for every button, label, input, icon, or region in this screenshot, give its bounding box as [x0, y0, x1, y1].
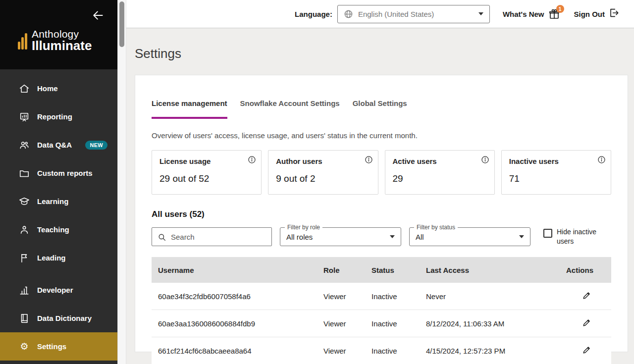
col-header-last-access: Last Access	[426, 266, 566, 274]
stat-card-active-users: Active users 29	[385, 150, 495, 195]
tab-bar: License management Snowflake Account Set…	[152, 99, 611, 119]
table-row: 60ae3aa1360086006884fdb9 Viewer Inactive…	[152, 310, 611, 337]
data-qa-icon	[19, 140, 30, 151]
main-content: Settings License management Snowflake Ac…	[126, 28, 634, 364]
sidebar-item-developer[interactable]: Developer	[0, 276, 117, 304]
cell-role: Viewer	[323, 347, 371, 355]
tab-license-management[interactable]: License management	[152, 99, 227, 119]
filter-by-status-select[interactable]: Filter by status All	[409, 227, 530, 246]
folder-icon	[19, 168, 30, 179]
hide-inactive-label: Hide inactive users	[557, 227, 599, 246]
info-icon[interactable]	[597, 156, 606, 164]
cell-last-access: Never	[426, 292, 566, 301]
sidebar-menu: Home Reporting Data Q&A NEW Custom repor…	[0, 69, 117, 361]
brand-name: Anthology Illuminate	[32, 29, 92, 52]
tab-description: Overview of users' access, license usage…	[152, 131, 611, 140]
edit-pencil-icon[interactable]	[582, 291, 591, 300]
sidebar-item-reporting[interactable]: Reporting	[0, 103, 117, 131]
stat-card-author-users: Author users 9 out of 2	[268, 150, 378, 195]
brand-line2: Illuminate	[32, 39, 92, 52]
table-row: 661cf214cf6c8abcaeea8a64 Viewer Inactive…	[152, 337, 611, 364]
users-table: Username Role Status Last Access Actions…	[152, 257, 611, 364]
cell-status: Inactive	[371, 347, 426, 355]
sidebar-item-label: Data Q&A	[37, 141, 72, 149]
sign-out-label: Sign Out	[574, 10, 605, 18]
stat-label: Author users	[276, 157, 370, 165]
info-icon[interactable]	[248, 156, 256, 164]
cell-status: Inactive	[371, 292, 426, 301]
sidebar-item-leading[interactable]: Leading	[0, 244, 117, 272]
col-header-status: Status	[371, 266, 426, 274]
sign-out-button[interactable]: Sign Out	[574, 7, 620, 20]
language-label: Language:	[295, 10, 332, 18]
cell-username: 661cf214cf6c8abcaeea8a64	[152, 347, 323, 355]
edit-pencil-icon[interactable]	[582, 318, 591, 327]
sidebar-item-label: Home	[37, 84, 58, 93]
stat-label: Active users	[393, 157, 487, 165]
topbar: Language: English (United States) What's…	[126, 0, 634, 28]
col-header-role: Role	[323, 266, 371, 274]
sidebar-item-settings[interactable]: ⚙ Settings	[0, 332, 117, 361]
sidebar-item-learning[interactable]: Learning	[0, 187, 117, 215]
tab-snowflake-account-settings[interactable]: Snowflake Account Settings	[240, 99, 340, 119]
page-title: Settings	[135, 46, 628, 61]
hide-inactive-control: Hide inactive users	[543, 227, 599, 246]
sidebar-item-label: Teaching	[37, 225, 69, 234]
stat-value: 29	[393, 173, 487, 184]
sidebar-item-label: Leading	[37, 254, 66, 262]
table-row: 60ae34f3c2fdb6007058f4a6 Viewer Inactive…	[152, 283, 611, 310]
new-badge: NEW	[85, 141, 107, 150]
sidebar-item-home[interactable]: Home	[0, 74, 117, 103]
search-input[interactable]	[152, 228, 271, 246]
filters-row: Filter by role All roles Filter by statu…	[152, 227, 611, 246]
scrollbar-thumb[interactable]	[119, 1, 124, 47]
vertical-scrollbar[interactable]	[117, 0, 126, 364]
filter-by-role-value: All roles	[286, 233, 313, 241]
language-select[interactable]: English (United States)	[337, 5, 490, 23]
filter-by-status-value: All	[416, 233, 424, 241]
info-icon[interactable]	[481, 156, 489, 164]
edit-pencil-icon[interactable]	[582, 345, 591, 355]
sidebar-item-label: Custom reports	[37, 169, 93, 177]
stat-card-license-usage: License usage 29 out of 52	[152, 150, 262, 195]
tab-global-settings[interactable]: Global Settings	[353, 99, 407, 119]
sidebar-item-data-qa[interactable]: Data Q&A NEW	[0, 131, 117, 159]
chevron-down-icon	[519, 235, 524, 238]
hide-inactive-checkbox[interactable]	[543, 229, 552, 238]
book-icon	[19, 313, 30, 324]
cell-username: 60ae3aa1360086006884fdb9	[152, 319, 323, 328]
filter-by-role-label: Filter by role	[285, 224, 322, 231]
sidebar-item-custom-reports[interactable]: Custom reports	[0, 159, 117, 187]
filter-by-status-label: Filter by status	[414, 224, 458, 231]
learning-icon	[19, 196, 30, 207]
language-value: English (United States)	[358, 10, 434, 18]
sidebar-item-teaching[interactable]: Teaching	[0, 215, 117, 244]
sidebar-item-label: Reporting	[37, 112, 72, 121]
search-box	[152, 227, 272, 246]
brand-line1: Anthology	[32, 29, 92, 39]
gift-icon[interactable]: 1	[548, 7, 562, 21]
info-icon[interactable]	[365, 156, 373, 164]
stat-card-inactive-users: Inactive users 71	[501, 150, 611, 195]
sidebar-item-label: Learning	[37, 197, 68, 206]
sidebar-item-data-dictionary[interactable]: Data Dictionary	[0, 304, 117, 332]
cell-role: Viewer	[323, 292, 371, 301]
brand-logo: Anthology Illuminate	[18, 29, 92, 52]
whats-new-label: What's New	[503, 10, 544, 18]
cell-last-access: 8/12/2024, 11:06:33 AM	[426, 319, 566, 328]
home-icon	[19, 83, 30, 94]
chevron-down-icon	[390, 235, 395, 238]
stat-label: Inactive users	[509, 157, 604, 165]
cell-role: Viewer	[323, 319, 371, 328]
whats-new-button[interactable]: What's New 1	[503, 7, 562, 21]
developer-icon	[19, 285, 30, 296]
collapse-sidebar-arrow-icon[interactable]	[92, 9, 105, 22]
all-users-heading: All users (52)	[152, 209, 611, 219]
filter-by-role-select[interactable]: Filter by role All roles	[280, 227, 401, 246]
leading-icon	[19, 253, 30, 263]
sidebar-item-label: Developer	[37, 286, 73, 294]
col-header-actions: Actions	[566, 266, 613, 274]
cell-last-access: 4/15/2024, 12:57:23 PM	[426, 347, 566, 355]
sidebar-item-label: Data Dictionary	[37, 314, 92, 322]
cell-status: Inactive	[371, 319, 426, 328]
